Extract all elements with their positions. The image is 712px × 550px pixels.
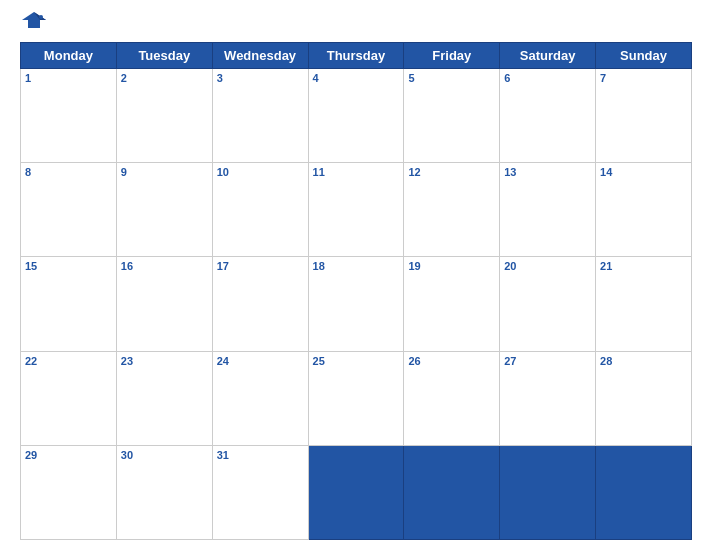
calendar-day: 20 <box>500 257 596 351</box>
calendar-week-5: 293031 <box>21 445 692 539</box>
calendar-day: 8 <box>21 163 117 257</box>
svg-point-2 <box>39 15 43 19</box>
calendar-day: 18 <box>308 257 404 351</box>
day-number: 11 <box>313 166 400 178</box>
day-number: 13 <box>504 166 591 178</box>
day-number: 4 <box>313 72 400 84</box>
calendar-day <box>308 445 404 539</box>
calendar-day: 12 <box>404 163 500 257</box>
day-number: 17 <box>217 260 304 272</box>
logo <box>20 10 52 38</box>
weekday-header-thursday: Thursday <box>308 43 404 69</box>
calendar-day: 23 <box>116 351 212 445</box>
calendar-day: 10 <box>212 163 308 257</box>
weekday-header-sunday: Sunday <box>596 43 692 69</box>
calendar-week-1: 1234567 <box>21 69 692 163</box>
calendar-day: 1 <box>21 69 117 163</box>
calendar-day: 9 <box>116 163 212 257</box>
calendar-day: 25 <box>308 351 404 445</box>
calendar-day <box>500 445 596 539</box>
logo-bird-icon <box>20 10 48 38</box>
calendar-day: 14 <box>596 163 692 257</box>
calendar-day <box>404 445 500 539</box>
day-number: 15 <box>25 260 112 272</box>
day-number: 16 <box>121 260 208 272</box>
day-number: 23 <box>121 355 208 367</box>
day-number: 30 <box>121 449 208 461</box>
calendar-header <box>20 10 692 38</box>
calendar-day: 5 <box>404 69 500 163</box>
day-number: 3 <box>217 72 304 84</box>
calendar-day: 26 <box>404 351 500 445</box>
day-number: 22 <box>25 355 112 367</box>
day-number: 1 <box>25 72 112 84</box>
weekday-header-monday: Monday <box>21 43 117 69</box>
calendar-day: 21 <box>596 257 692 351</box>
day-number: 31 <box>217 449 304 461</box>
calendar-day: 3 <box>212 69 308 163</box>
day-number: 28 <box>600 355 687 367</box>
day-number: 6 <box>504 72 591 84</box>
weekday-header-friday: Friday <box>404 43 500 69</box>
calendar-day: 6 <box>500 69 596 163</box>
weekday-header-saturday: Saturday <box>500 43 596 69</box>
day-number: 5 <box>408 72 495 84</box>
calendar-day: 19 <box>404 257 500 351</box>
calendar-week-3: 15161718192021 <box>21 257 692 351</box>
calendar-day: 29 <box>21 445 117 539</box>
calendar-day: 2 <box>116 69 212 163</box>
day-number: 27 <box>504 355 591 367</box>
calendar-day: 28 <box>596 351 692 445</box>
weekday-header-tuesday: Tuesday <box>116 43 212 69</box>
day-number: 26 <box>408 355 495 367</box>
day-number: 19 <box>408 260 495 272</box>
calendar-day: 16 <box>116 257 212 351</box>
day-number: 2 <box>121 72 208 84</box>
calendar-day: 15 <box>21 257 117 351</box>
day-number: 20 <box>504 260 591 272</box>
day-number: 25 <box>313 355 400 367</box>
day-number: 8 <box>25 166 112 178</box>
calendar-day: 31 <box>212 445 308 539</box>
calendar-week-4: 22232425262728 <box>21 351 692 445</box>
calendar-day: 13 <box>500 163 596 257</box>
calendar-day: 27 <box>500 351 596 445</box>
weekday-header-wednesday: Wednesday <box>212 43 308 69</box>
day-number: 29 <box>25 449 112 461</box>
day-number: 18 <box>313 260 400 272</box>
day-number: 14 <box>600 166 687 178</box>
calendar-day: 7 <box>596 69 692 163</box>
day-number: 12 <box>408 166 495 178</box>
calendar-table: MondayTuesdayWednesdayThursdayFridaySatu… <box>20 42 692 540</box>
day-number: 21 <box>600 260 687 272</box>
calendar-day: 22 <box>21 351 117 445</box>
day-number: 9 <box>121 166 208 178</box>
calendar-day: 4 <box>308 69 404 163</box>
calendar-week-2: 891011121314 <box>21 163 692 257</box>
day-number: 7 <box>600 72 687 84</box>
day-number: 10 <box>217 166 304 178</box>
calendar-day: 11 <box>308 163 404 257</box>
calendar-day: 17 <box>212 257 308 351</box>
weekday-header-row: MondayTuesdayWednesdayThursdayFridaySatu… <box>21 43 692 69</box>
calendar-day <box>596 445 692 539</box>
calendar-day: 30 <box>116 445 212 539</box>
calendar-day: 24 <box>212 351 308 445</box>
day-number: 24 <box>217 355 304 367</box>
